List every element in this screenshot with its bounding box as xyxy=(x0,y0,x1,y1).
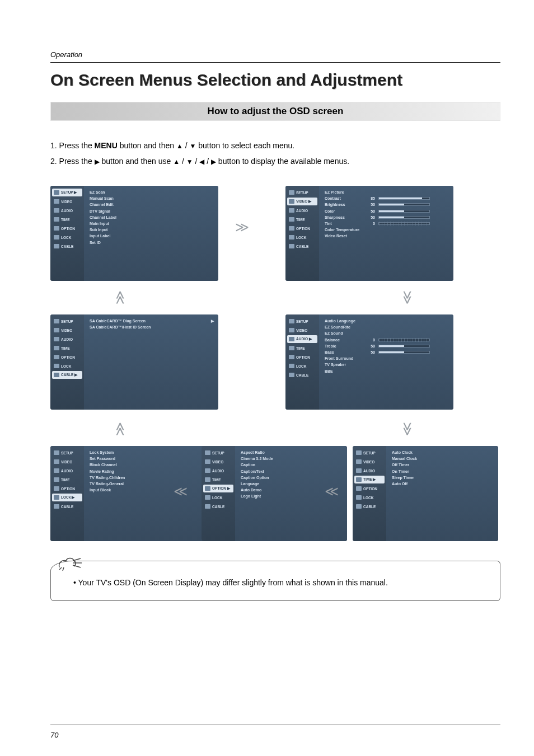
osd-menu-item[interactable]: EZ SoundRite xyxy=(325,324,449,330)
osd-side-item-time[interactable]: TIME xyxy=(287,215,317,223)
osd-side-item-video[interactable]: VIDEO xyxy=(52,458,82,466)
osd-side-item-audio[interactable]: AUDIO ▶ xyxy=(287,335,317,343)
osd-menu-item[interactable]: Front Surround xyxy=(325,355,449,361)
slider-track[interactable] xyxy=(378,216,430,219)
osd-menu-item[interactable]: On Timer xyxy=(392,468,494,475)
osd-side-item-setup[interactable]: SETUP ▶ xyxy=(52,189,82,196)
osd-menu-item[interactable]: Sub Input xyxy=(90,227,214,233)
osd-menu-item[interactable]: SA CableCARD™/Host ID Screen xyxy=(90,324,214,330)
osd-side-item-lock[interactable]: LOCK xyxy=(52,233,82,241)
osd-menu-item[interactable]: EZ Picture xyxy=(325,189,449,195)
slider-track[interactable] xyxy=(378,351,430,354)
osd-side-item-video[interactable]: VIDEO xyxy=(52,326,82,334)
osd-side-item-option[interactable]: OPTION xyxy=(52,353,82,361)
osd-side-item-video[interactable]: VIDEO xyxy=(52,198,82,205)
osd-menu-item[interactable]: Manual Clock xyxy=(392,456,494,462)
osd-menu-item[interactable]: Brightness50 xyxy=(325,201,449,208)
slider-track[interactable] xyxy=(378,222,430,225)
osd-menu-item[interactable]: Treble50 xyxy=(325,343,449,349)
osd-menu-item[interactable]: Aspect Ratio xyxy=(241,449,343,456)
osd-side-item-audio[interactable]: AUDIO xyxy=(354,467,385,475)
osd-menu-item[interactable]: Color50 xyxy=(325,208,449,214)
osd-side-item-option[interactable]: OPTION xyxy=(287,224,317,232)
osd-side-item-setup[interactable]: SETUP xyxy=(354,449,385,457)
osd-side-item-time[interactable]: TIME xyxy=(52,215,82,223)
osd-side-item-lock[interactable]: LOCK xyxy=(52,362,82,370)
osd-side-item-option[interactable]: OPTION xyxy=(52,485,82,492)
osd-side-item-cable[interactable]: CABLE xyxy=(287,242,317,250)
osd-menu-item[interactable]: Video Reset xyxy=(325,233,449,239)
osd-side-item-lock[interactable]: LOCK xyxy=(287,362,317,370)
osd-menu-item[interactable]: TV Rating-Children xyxy=(90,475,214,481)
osd-menu-item[interactable]: Lock System xyxy=(90,449,214,456)
osd-side-item-lock[interactable]: LOCK xyxy=(287,233,317,241)
osd-side-item-cable[interactable]: CABLE xyxy=(203,503,233,510)
osd-menu-item[interactable]: Set Password xyxy=(90,456,214,462)
osd-side-item-option[interactable]: OPTION ▶ xyxy=(203,485,233,492)
osd-side-item-setup[interactable]: SETUP xyxy=(287,189,317,196)
osd-menu-item[interactable]: Balance0 xyxy=(325,337,449,343)
slider-track[interactable] xyxy=(378,210,430,213)
osd-side-item-cable[interactable]: CABLE xyxy=(52,242,82,250)
osd-side-item-audio[interactable]: AUDIO xyxy=(203,467,233,475)
osd-side-item-time[interactable]: TIME ▶ xyxy=(354,476,385,483)
slider-track[interactable] xyxy=(378,203,430,206)
osd-side-item-lock[interactable]: LOCK xyxy=(354,494,385,501)
osd-side-item-setup[interactable]: SETUP xyxy=(287,317,317,325)
osd-side-item-setup[interactable]: SETUP xyxy=(52,449,82,457)
osd-menu-item[interactable]: Caption/Text xyxy=(241,468,343,475)
osd-side-item-lock[interactable]: LOCk ▶ xyxy=(52,494,82,501)
osd-side-item-time[interactable]: TIME xyxy=(203,476,233,483)
osd-menu-item[interactable]: Movie Rating xyxy=(90,468,214,475)
osd-menu-item[interactable]: Manual Scan xyxy=(90,195,214,201)
osd-menu-item[interactable]: DTV Signal xyxy=(90,208,214,214)
osd-side-item-cable[interactable]: CABLE ▶ xyxy=(52,371,82,379)
osd-menu-item[interactable]: Bass50 xyxy=(325,349,449,355)
osd-menu-item[interactable]: Color Temperature xyxy=(325,227,449,233)
osd-side-item-lock[interactable]: LOCK xyxy=(203,494,233,501)
osd-menu-item[interactable]: Set ID xyxy=(90,240,214,246)
osd-side-item-option[interactable]: OPTION xyxy=(52,224,82,232)
osd-menu-item[interactable]: Auto Off xyxy=(392,481,494,487)
osd-menu-item[interactable]: Sleep Timer xyxy=(392,475,494,481)
osd-menu-item[interactable]: Caption Option xyxy=(241,475,343,481)
osd-menu-item[interactable]: SA CableCARD™ Diag Screen▶ xyxy=(90,318,214,324)
osd-menu-item[interactable]: Audio Language xyxy=(325,318,449,324)
osd-side-item-option[interactable]: OPTION xyxy=(287,353,317,361)
osd-menu-item[interactable]: EZ Sound xyxy=(325,330,449,336)
osd-menu-item[interactable]: EZ Scan xyxy=(90,189,214,195)
osd-side-item-time[interactable]: TIME xyxy=(52,476,82,483)
osd-menu-item[interactable]: BBE xyxy=(325,368,449,374)
osd-menu-item[interactable]: Input Block xyxy=(90,487,214,493)
osd-side-item-cable[interactable]: CABLE xyxy=(354,503,385,510)
osd-menu-item[interactable]: Channel Label xyxy=(90,214,214,220)
osd-side-item-audio[interactable]: AUDIO xyxy=(52,467,82,475)
osd-side-item-audio[interactable]: AUDIO xyxy=(52,335,82,343)
osd-side-item-video[interactable]: VIDEO xyxy=(287,326,317,334)
osd-menu-item[interactable]: Cinema 3:2 Mode xyxy=(241,456,343,462)
osd-menu-item[interactable]: Caption xyxy=(241,462,343,468)
osd-side-item-time[interactable]: TIME xyxy=(52,344,82,352)
slider-track[interactable] xyxy=(378,345,430,348)
osd-menu-item[interactable]: Tint0 xyxy=(325,220,449,227)
osd-side-item-setup[interactable]: SETUP xyxy=(203,449,233,457)
osd-menu-item[interactable]: Sharpness50 xyxy=(325,214,449,220)
slider-track[interactable] xyxy=(378,197,430,200)
osd-menu-item[interactable]: Off Timer xyxy=(392,462,494,468)
osd-side-item-cable[interactable]: CABLE xyxy=(52,503,82,510)
osd-side-item-video[interactable]: VIDEO ▶ xyxy=(287,198,317,205)
osd-menu-item[interactable]: Auto Clock xyxy=(392,449,494,456)
osd-menu-item[interactable]: Block Channel xyxy=(90,462,214,468)
osd-side-item-audio[interactable]: AUDIO xyxy=(287,206,317,214)
osd-menu-item[interactable]: Main Input xyxy=(90,220,214,227)
osd-menu-item[interactable]: Input Label xyxy=(90,233,214,239)
osd-side-item-audio[interactable]: AUDIO xyxy=(52,206,82,214)
osd-side-item-video[interactable]: VIDEO xyxy=(354,458,385,466)
osd-menu-item[interactable]: TV Rating-General xyxy=(90,481,214,487)
osd-side-item-time[interactable]: TIME xyxy=(287,344,317,352)
slider-track[interactable] xyxy=(378,339,430,341)
osd-side-item-option[interactable]: OPTION xyxy=(354,485,385,492)
osd-side-item-cable[interactable]: CABLE xyxy=(287,371,317,379)
osd-side-item-setup[interactable]: SETUP xyxy=(52,317,82,325)
osd-menu-item[interactable]: Channel Edit xyxy=(90,201,214,208)
